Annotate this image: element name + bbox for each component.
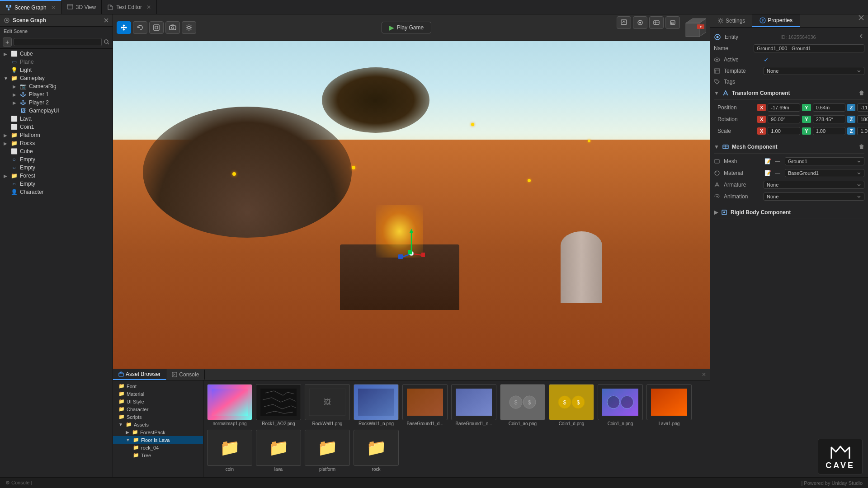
view-cube[interactable]: Y	[684, 16, 706, 39]
material-remove-btn[interactable]: —	[774, 170, 781, 176]
asset-item-rockwall1[interactable]: 🖼 RockWall1.png	[305, 384, 350, 426]
mesh-delete[interactable]: 🗑	[859, 144, 864, 150]
asset-tree-material[interactable]: 📁 Material	[113, 390, 203, 398]
tree-item-player1[interactable]: ▶ 🕹 Player 1	[0, 90, 113, 99]
tab-console[interactable]: Console	[166, 370, 205, 380]
tree-item-camerarig[interactable]: ▶ 📷 CameraRig	[0, 82, 113, 90]
asset-tree-font[interactable]: 📁 Font	[113, 382, 203, 390]
asset-name-normalmap1: normalmap1.png	[212, 421, 246, 426]
pos-y-value[interactable]: 0.64m	[813, 103, 845, 112]
tab-settings[interactable]: Settings	[710, 14, 752, 27]
back-button[interactable]	[858, 33, 864, 41]
undo-tool-button[interactable]	[133, 21, 147, 34]
tree-item-cube[interactable]: ▶ ⬜ Cube	[0, 50, 113, 58]
asset-tree-rock04[interactable]: 📁 rock_04	[113, 444, 203, 451]
name-label: Name	[714, 45, 750, 52]
tree-item-plane[interactable]: ▭ Plane	[0, 58, 113, 66]
viewport-btn-2[interactable]	[633, 16, 647, 29]
tab-scene-graph[interactable]: Scene Graph ✕	[0, 0, 61, 14]
tree-item-player2[interactable]: ▶ 🕹 Player 2	[0, 99, 113, 107]
name-value[interactable]: Ground1_000 - Ground1	[754, 44, 864, 52]
tab-properties[interactable]: Properties	[752, 14, 800, 27]
pos-x-value[interactable]: -17.69m	[768, 103, 800, 112]
panel-close-icon[interactable]	[104, 18, 109, 23]
search-icon[interactable]	[104, 39, 110, 45]
asset-tree-character[interactable]: 📁 Character	[113, 405, 203, 413]
asset-item-normalmap1[interactable]: normalmap1.png	[207, 384, 252, 426]
close-bottom-panel[interactable]: ✕	[698, 370, 710, 380]
pos-z-value[interactable]: -11.73m	[857, 103, 868, 112]
rot-y-value[interactable]: 278.45°	[813, 115, 845, 123]
rigid-body-toggle[interactable]: ▶	[714, 209, 718, 216]
tree-item-gameplayui[interactable]: 🖼 GameplayUI	[0, 107, 113, 115]
rigid-body-label: Rigid Body Component	[731, 209, 791, 216]
tree-item-gameplay[interactable]: ▼ 📁 Gameplay	[0, 74, 113, 82]
add-node-button[interactable]: +	[3, 38, 12, 47]
armature-dropdown[interactable]: None	[764, 181, 864, 189]
tab-close-scene-graph[interactable]: ✕	[51, 5, 56, 11]
asset-tree-floorlava[interactable]: ▼ 📁 Floor Is Lava	[113, 436, 203, 444]
tree-item-character[interactable]: 👤 Character	[0, 188, 113, 196]
tree-item-empty3[interactable]: ○ Empty	[0, 180, 113, 188]
tree-item-light[interactable]: 💡 Light	[0, 66, 113, 74]
tab-text-editor[interactable]: Text Editor ✕	[102, 0, 157, 14]
mesh-dropdown[interactable]: Ground1	[785, 157, 864, 165]
asset-item-rock-folder[interactable]: 📁 rock	[354, 430, 399, 472]
scale-y-value[interactable]: 1.00	[813, 127, 845, 135]
tree-item-empty1[interactable]: ○ Empty	[0, 155, 113, 164]
mesh-toggle[interactable]: ▼	[714, 144, 719, 150]
asset-item-coin-d[interactable]: $$ Coin1_d.png	[549, 384, 594, 426]
transform-delete[interactable]: 🗑	[859, 90, 864, 96]
asset-item-coin-ao[interactable]: $$ Coin1_ao.png	[500, 384, 545, 426]
tree-item-forest[interactable]: ▶ 📁 Forest	[0, 172, 113, 180]
asset-tree-assets[interactable]: ▼ 📁 Assets	[113, 421, 203, 428]
transform-toggle[interactable]: ▼	[714, 90, 719, 96]
asset-item-coin-n[interactable]: Coin1_n.png	[598, 384, 643, 426]
asset-item-coin-folder[interactable]: 📁 coin	[207, 430, 252, 472]
tab-asset-browser[interactable]: Asset Browser	[113, 369, 166, 380]
asset-tree-uistyle[interactable]: 📁 UI Style	[113, 398, 203, 405]
resize-tool-button[interactable]	[149, 21, 164, 34]
rot-x-value[interactable]: 90.00°	[768, 115, 800, 123]
camera-tool-button[interactable]	[165, 21, 180, 34]
tree-item-empty2[interactable]: ○ Empty	[0, 164, 113, 172]
asset-tree-scripts[interactable]: 📁 Scripts	[113, 413, 203, 421]
asset-tree-forestpack[interactable]: ▶ 📁 ForestPack	[113, 428, 203, 436]
asset-item-baseground-n[interactable]: BaseGround1_n...	[451, 384, 496, 426]
asset-item-platform-folder[interactable]: 📁 platform	[305, 430, 350, 472]
tree-item-coin1[interactable]: ⬜ Coin1	[0, 123, 113, 131]
material-dropdown[interactable]: BaseGround1	[785, 169, 864, 177]
active-check[interactable]: ✓	[764, 56, 769, 63]
viewport-btn-4[interactable]	[665, 16, 680, 29]
tree-item-cube2[interactable]: ⬜ Cube	[0, 147, 113, 155]
asset-item-lava-folder[interactable]: 📁 lava	[256, 430, 301, 472]
close-right-panel-icon[interactable]	[858, 14, 864, 21]
scene-search-input[interactable]	[14, 38, 102, 46]
animation-dropdown[interactable]: None	[764, 192, 864, 201]
material-edit-btn[interactable]: 📝	[764, 170, 772, 176]
asset-item-baseground-d[interactable]: BaseGround1_d...	[402, 384, 448, 426]
move-tool-button[interactable]	[117, 21, 131, 34]
tree-item-platform[interactable]: ▶ 📁 Platform	[0, 131, 113, 139]
asset-item-rockwall1n[interactable]: RockWall1_n.png	[354, 384, 399, 426]
viewport-btn-3[interactable]	[649, 16, 664, 29]
settings-tool-button[interactable]	[182, 21, 196, 34]
tree-item-lava[interactable]: ⬜ Lava	[0, 115, 113, 123]
viewport-btn-1[interactable]	[617, 16, 631, 29]
rot-z-value[interactable]: 180.00°	[857, 115, 868, 123]
template-dropdown[interactable]: None	[764, 67, 864, 75]
tree-item-rocks[interactable]: ▶ 📁 Rocks	[0, 139, 113, 147]
tab-close-text-editor[interactable]: ✕	[146, 4, 151, 10]
mesh-edit-btn[interactable]: 📝	[764, 158, 772, 164]
asset-item-lava1[interactable]: Lava1.png	[646, 384, 692, 426]
svg-rect-40	[398, 254, 403, 259]
scale-x-value[interactable]: 1.00	[768, 127, 800, 135]
asset-item-rock1ao[interactable]: Rock1_AO2.png	[256, 384, 301, 426]
3d-viewport[interactable]	[113, 41, 710, 369]
asset-tree-tree[interactable]: 📁 Tree	[113, 451, 203, 459]
mesh-remove-btn[interactable]: —	[774, 158, 781, 164]
tab-3d-view[interactable]: 3D View	[61, 0, 102, 14]
scale-z-value[interactable]: 1.00	[857, 127, 868, 135]
play-game-button[interactable]: ▶ Play Game	[382, 22, 431, 33]
position-row: Position X -17.69m Y 0.64m Z -11.73m	[714, 102, 864, 113]
